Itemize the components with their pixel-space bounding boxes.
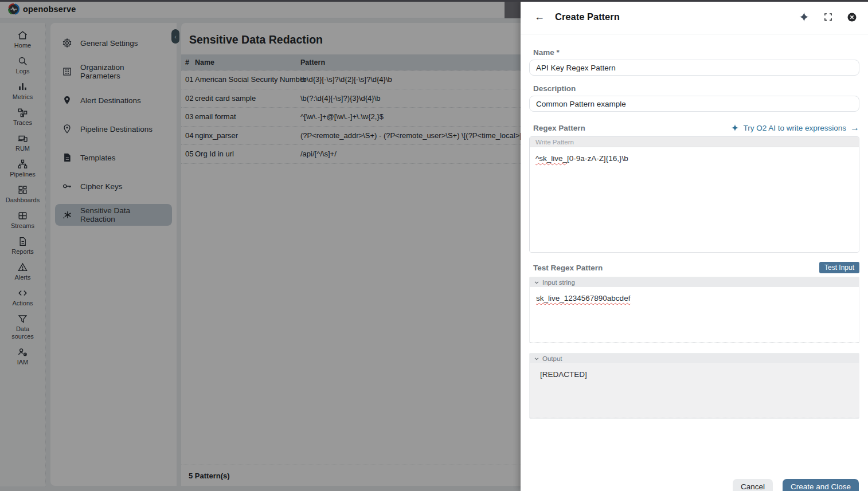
output-header[interactable]: Output — [530, 353, 859, 363]
try-o2-ai-link[interactable]: Try O2 AI to write expressions → — [731, 123, 859, 132]
back-arrow-icon[interactable]: ← — [534, 11, 548, 23]
window-top-edge — [0, 0, 868, 2]
name-label: Name * — [533, 48, 859, 57]
create-and-close-button[interactable]: Create and Close — [783, 479, 859, 491]
output-section: Output [REDACTED] — [529, 353, 859, 419]
drawer-title: Create Pattern — [555, 11, 798, 22]
fullscreen-icon[interactable] — [822, 11, 834, 23]
try-o2-ai-label: Try O2 AI to write expressions — [743, 124, 846, 132]
name-input[interactable] — [529, 60, 859, 76]
test-input-button[interactable]: Test Input — [819, 262, 859, 273]
description-label: Description — [533, 84, 859, 93]
description-input[interactable] — [529, 96, 859, 112]
create-pattern-drawer: ← Create Pattern Name * Description Rege… — [521, 0, 868, 491]
topbar-dark-element — [505, 0, 521, 18]
sparkle-icon — [731, 124, 739, 132]
regex-value-marked: ^sk_live_ — [535, 154, 567, 163]
test-regex-label: Test Regex Pattern — [533, 264, 603, 272]
cancel-button[interactable]: Cancel — [733, 479, 773, 491]
regex-editor-content[interactable]: ^sk_live_[0-9a-zA-Z]{16,}\b — [530, 147, 859, 252]
drawer-header: ← Create Pattern — [521, 0, 868, 34]
input-string-header[interactable]: Input string — [530, 277, 859, 287]
arrow-right-icon: → — [850, 123, 859, 132]
chevron-down-icon — [534, 356, 539, 362]
drawer-body: Name * Description Regex Pattern Try O2 … — [521, 48, 868, 491]
sparkle-ai-icon[interactable] — [798, 11, 810, 23]
test-input-area[interactable]: sk_live_1234567890abcdef — [530, 287, 859, 343]
regex-pattern-label: Regex Pattern — [533, 124, 585, 132]
close-icon[interactable] — [846, 11, 858, 23]
modal-overlay[interactable] — [0, 0, 521, 491]
regex-editor[interactable]: Write Pattern ^sk_live_[0-9a-zA-Z]{16,}\… — [529, 136, 859, 253]
regex-value-rest: [0-9a-zA-Z]{16,}\b — [567, 154, 628, 163]
regex-editor-header: Write Pattern — [530, 137, 859, 147]
input-string-section: Input string sk_live_1234567890abcdef — [529, 277, 859, 343]
chevron-down-icon — [534, 280, 539, 285]
test-output-area: [REDACTED] — [530, 363, 859, 418]
